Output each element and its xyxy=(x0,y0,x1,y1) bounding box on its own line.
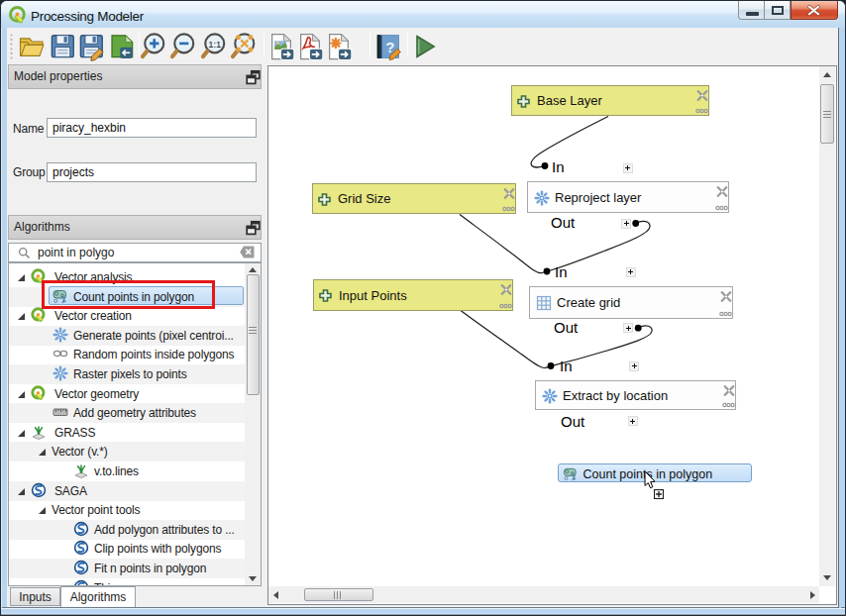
svg-text:1:1: 1:1 xyxy=(208,39,221,50)
